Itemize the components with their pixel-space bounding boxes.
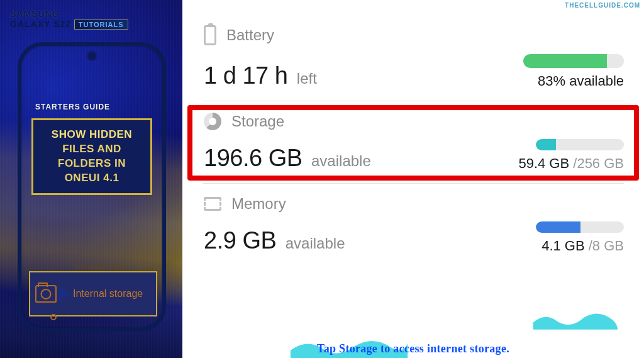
- brand-tag: TUTORIALS: [74, 20, 128, 30]
- small-circle-icon: [50, 314, 57, 320]
- storage-suffix: available: [311, 152, 371, 169]
- battery-label: Battery: [226, 26, 274, 44]
- brand-line2: GALAXY S22 TUTORIALS: [10, 19, 174, 30]
- watermark-text: THECELLGUIDE.COM: [565, 2, 640, 9]
- battery-percent: 83% available: [523, 73, 624, 89]
- tutorial-sidebar: SAMSUNG GALAXY S22 TUTORIALS STARTERS GU…: [0, 0, 182, 358]
- storage-right: 59.4 GB /256 GB: [518, 139, 624, 172]
- brand-line1: SAMSUNG: [10, 9, 174, 19]
- title-l3: FOLDERS IN: [37, 157, 147, 171]
- battery-bar-fill: [523, 54, 607, 68]
- memory-row[interactable]: Memory 2.9 GB available 4.1 GB /8 GB: [182, 184, 644, 266]
- memory-bar: [536, 221, 624, 233]
- instruction-caption: Tap Storage to access internet storage.: [317, 342, 509, 355]
- storage-icon: [204, 113, 221, 130]
- camera-dot: [88, 52, 96, 60]
- storage-used: 59.4 GB: [518, 155, 573, 171]
- memory-bar-fill: [536, 221, 580, 233]
- battery-bar: [523, 54, 624, 68]
- memory-icon: [204, 197, 221, 211]
- storage-usage: 59.4 GB /256 GB: [518, 155, 624, 172]
- page-container: SAMSUNG GALAXY S22 TUTORIALS STARTERS GU…: [0, 0, 644, 358]
- memory-right: 4.1 GB /8 GB: [536, 221, 624, 254]
- memory-usage: 4.1 GB /8 GB: [536, 238, 624, 254]
- memory-suffix: available: [286, 235, 345, 252]
- title-l4: ONEUI 4.1: [37, 171, 147, 186]
- battery-icon: [204, 25, 216, 45]
- device-care-panel: Battery 1 d 17 h left 83% available: [182, 0, 644, 358]
- memory-label: Memory: [231, 195, 286, 213]
- internal-storage-chip: new hidden folder Internal storage: [29, 271, 157, 316]
- storage-label: Storage: [231, 113, 284, 130]
- starters-label: STARTERS GUIDE: [35, 103, 110, 111]
- caret-right-icon: [59, 288, 70, 300]
- memory-total: /8 GB: [589, 238, 624, 254]
- folder-home-icon: [35, 285, 57, 303]
- brand-model: GALAXY S22: [10, 19, 71, 29]
- internal-top-caption: new hidden folder: [74, 264, 124, 271]
- title-l2: FILES AND: [37, 142, 147, 157]
- memory-value-wrap: 2.9 GB available: [204, 227, 345, 254]
- storage-value-wrap: 196.6 GB available: [204, 145, 371, 172]
- storage-bar-fill: [536, 139, 556, 150]
- memory-value: 2.9 GB: [204, 227, 276, 254]
- title-l1: SHOW HIDDEN: [37, 128, 147, 142]
- battery-suffix: left: [297, 70, 317, 87]
- storage-row[interactable]: Storage 196.6 GB available 59.4 GB /256 …: [182, 101, 644, 183]
- battery-value: 1 d 17 h: [204, 62, 287, 89]
- storage-value: 196.6 GB: [204, 145, 303, 171]
- paint-splat-right-icon: [531, 310, 619, 330]
- storage-total: /256 GB: [573, 155, 624, 171]
- tutorial-title-box: SHOW HIDDEN FILES AND FOLDERS IN ONEUI 4…: [31, 118, 152, 195]
- internal-storage-label: Internal storage: [73, 288, 143, 299]
- battery-value-wrap: 1 d 17 h left: [204, 62, 317, 89]
- battery-right: 83% available: [523, 54, 624, 89]
- storage-bar: [536, 139, 624, 150]
- memory-used: 4.1 GB: [541, 238, 589, 254]
- phone-outline: STARTERS GUIDE SHOW HIDDEN FILES AND FOL…: [18, 42, 166, 332]
- battery-row[interactable]: Battery 1 d 17 h left 83% available: [182, 14, 644, 101]
